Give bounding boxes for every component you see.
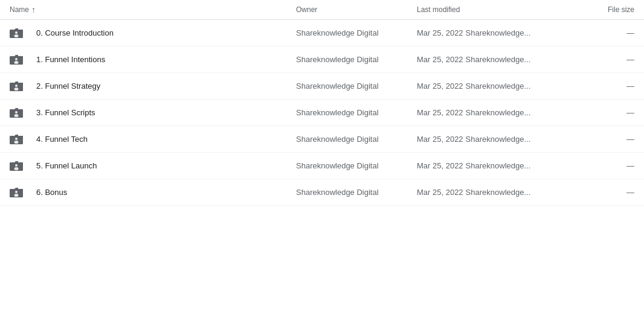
modified-date: Mar 25, 2022: [417, 108, 463, 117]
table-row[interactable]: 1. Funnel Intentions Shareknowledge Digi…: [0, 46, 644, 73]
owner-cell: Shareknowledge Digital: [296, 81, 417, 91]
file-name: 3. Funnel Scripts: [31, 108, 296, 117]
modified-column-header[interactable]: Last modified: [417, 5, 574, 14]
size-cell: —: [574, 28, 634, 37]
svg-point-5: [14, 61, 19, 64]
table-row[interactable]: 4. Funnel Tech Shareknowledge Digital Ma…: [0, 126, 644, 153]
size-cell: —: [574, 81, 634, 91]
modified-by: Shareknowledge...: [466, 188, 531, 197]
modified-date: Mar 25, 2022: [417, 135, 463, 144]
svg-point-20: [14, 194, 19, 197]
table-row[interactable]: 3. Funnel Scripts Shareknowledge Digital…: [0, 100, 644, 126]
svg-point-8: [14, 88, 19, 91]
size-cell: —: [574, 108, 634, 117]
modified-cell: Mar 25, 2022 Shareknowledge...: [417, 135, 574, 144]
file-name: 0. Course Introduction: [31, 28, 296, 37]
file-name: 6. Bonus: [31, 188, 296, 197]
modified-by: Shareknowledge...: [466, 161, 531, 170]
modified-by: Shareknowledge...: [466, 108, 531, 117]
name-column-header[interactable]: Name ↑: [10, 5, 296, 14]
modified-cell: Mar 25, 2022 Shareknowledge...: [417, 108, 574, 117]
folder-icon: [10, 187, 31, 199]
folder-icon: [10, 160, 31, 172]
table-row[interactable]: 5. Funnel Launch Shareknowledge Digital …: [0, 153, 644, 179]
modified-by: Shareknowledge...: [466, 135, 531, 144]
svg-point-16: [15, 164, 18, 167]
modified-by: Shareknowledge...: [466, 28, 531, 37]
folder-icon: [10, 107, 31, 119]
file-name: 1. Funnel Intentions: [31, 55, 296, 64]
modified-date: Mar 25, 2022: [417, 55, 463, 64]
owner-cell: Shareknowledge Digital: [296, 161, 417, 170]
size-column-header[interactable]: File size: [574, 5, 634, 14]
modified-by: Shareknowledge...: [466, 81, 531, 91]
owner-cell: Shareknowledge Digital: [296, 188, 417, 197]
owner-cell: Shareknowledge Digital: [296, 28, 417, 37]
table-row[interactable]: 2. Funnel Strategy Shareknowledge Digita…: [0, 73, 644, 100]
modified-cell: Mar 25, 2022 Shareknowledge...: [417, 188, 574, 197]
svg-point-2: [14, 34, 19, 37]
table-row[interactable]: 6. Bonus Shareknowledge Digital Mar 25, …: [0, 179, 644, 206]
folder-icon: [10, 133, 31, 145]
owner-cell: Shareknowledge Digital: [296, 135, 417, 144]
svg-point-1: [15, 31, 18, 34]
owner-cell: Shareknowledge Digital: [296, 55, 417, 64]
svg-point-19: [15, 191, 18, 193]
file-list: Name ↑ Owner Last modified File size 0. …: [0, 0, 644, 206]
sort-ascending-icon: ↑: [31, 5, 36, 14]
modified-date: Mar 25, 2022: [417, 161, 463, 170]
modified-cell: Mar 25, 2022 Shareknowledge...: [417, 161, 574, 170]
owner-cell: Shareknowledge Digital: [296, 108, 417, 117]
modified-cell: Mar 25, 2022 Shareknowledge...: [417, 55, 574, 64]
svg-point-17: [14, 167, 19, 170]
svg-point-10: [15, 111, 18, 113]
modified-cell: Mar 25, 2022 Shareknowledge...: [417, 28, 574, 37]
svg-point-14: [14, 141, 19, 144]
table-row[interactable]: 0. Course Introduction Shareknowledge Di…: [0, 20, 644, 46]
modified-by: Shareknowledge...: [466, 55, 531, 64]
modified-cell: Mar 25, 2022 Shareknowledge...: [417, 81, 574, 91]
svg-point-7: [15, 85, 18, 87]
svg-point-13: [15, 138, 18, 140]
file-name: 5. Funnel Launch: [31, 161, 296, 170]
table-header: Name ↑ Owner Last modified File size: [0, 0, 644, 20]
folder-icon: [10, 54, 31, 66]
size-cell: —: [574, 161, 634, 170]
modified-date: Mar 25, 2022: [417, 28, 463, 37]
modified-date: Mar 25, 2022: [417, 188, 463, 197]
svg-point-11: [14, 114, 19, 117]
file-name: 2. Funnel Strategy: [31, 81, 296, 91]
owner-column-header[interactable]: Owner: [296, 5, 417, 14]
size-cell: —: [574, 135, 634, 144]
rows-container: 0. Course Introduction Shareknowledge Di…: [0, 20, 644, 206]
modified-date: Mar 25, 2022: [417, 81, 463, 91]
folder-icon: [10, 27, 31, 39]
size-cell: —: [574, 188, 634, 197]
size-cell: —: [574, 55, 634, 64]
svg-point-4: [15, 58, 18, 60]
folder-icon: [10, 80, 31, 92]
name-column-label: Name: [10, 5, 29, 14]
file-name: 4. Funnel Tech: [31, 135, 296, 144]
